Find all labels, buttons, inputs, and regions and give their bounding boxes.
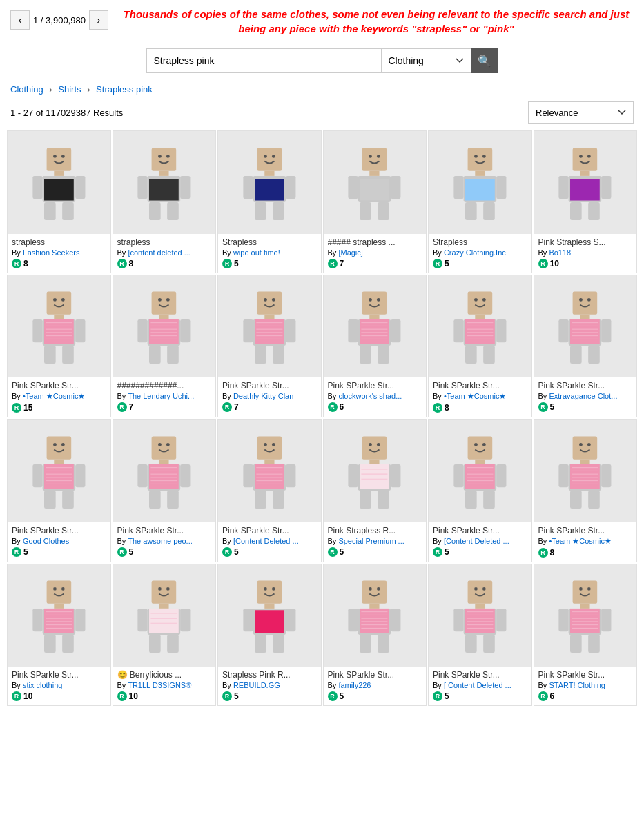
item-card[interactable]: Pink Strapless R...By Special Premium ..… — [323, 419, 427, 562]
items-grid: straplessBy Fashion SeekersR8 straplessB… — [0, 130, 644, 706]
item-price: R5 — [328, 547, 422, 557]
creator-link[interactable]: Extravagance Clot... — [549, 392, 617, 400]
svg-rect-39 — [378, 202, 389, 220]
svg-rect-185 — [181, 464, 191, 487]
creator-link[interactable]: •Team ★Cosmic★ — [549, 537, 611, 545]
svg-point-205 — [369, 443, 372, 446]
creator-link[interactable]: stix clothing — [23, 681, 62, 689]
item-card[interactable]: Pink SParkle Str...By [ Content Deleted … — [428, 564, 532, 707]
sort-select[interactable]: Relevance Price (Low to High) Price (Hig… — [528, 101, 634, 124]
creator-link[interactable]: wipe out time! — [233, 248, 280, 257]
item-card[interactable]: straplessBy Fashion SeekersR8 — [7, 130, 111, 273]
creator-link[interactable]: clockwork's shad... — [338, 392, 402, 400]
svg-rect-216 — [378, 491, 389, 509]
robux-icon: R — [12, 691, 21, 701]
creator-link[interactable]: family226 — [338, 681, 371, 689]
svg-rect-46 — [453, 176, 463, 199]
svg-rect-33 — [370, 171, 380, 176]
item-card[interactable]: Pink SParkle Str...By [Content Deleted .… — [428, 419, 532, 562]
item-card[interactable]: Pink Strapless S...By Bo118R10 — [534, 130, 638, 273]
creator-link[interactable]: Crazy Clothing.Inc — [444, 248, 506, 257]
item-card[interactable]: StraplessBy wipe out time!R5 — [217, 130, 322, 273]
item-creator: By [content deleted ... — [117, 248, 212, 257]
breadcrumb-shirts[interactable]: Shirts — [58, 84, 81, 95]
svg-point-218 — [474, 443, 478, 446]
svg-rect-76 — [152, 292, 177, 315]
item-thumbnail — [534, 275, 637, 378]
search-button[interactable]: 🔍 — [471, 48, 498, 73]
creator-link[interactable]: REBUILD.GG — [233, 681, 280, 689]
item-card[interactable]: Pink SParkle Str...By [Content Deleted .… — [217, 419, 322, 562]
item-card[interactable]: Pink SParkle Str...By clockwork's shad..… — [323, 275, 427, 418]
svg-rect-122 — [360, 346, 371, 364]
item-card[interactable]: Pink SParkle Str...By stix clothingR10 — [7, 564, 111, 707]
item-card[interactable]: ##### strapless ...By [Magic]R7 — [323, 130, 427, 273]
svg-point-110 — [377, 298, 380, 302]
item-name: Pink SParkle Str... — [222, 526, 317, 535]
item-card[interactable]: Pink SParkle Str...By Deathly Kitty Clan… — [217, 275, 322, 418]
creator-link[interactable]: [Magic] — [338, 248, 362, 257]
item-name: Pink SParkle Str... — [433, 381, 527, 391]
svg-rect-9 — [62, 202, 74, 220]
creator-link[interactable]: The Lendary Uchi... — [128, 392, 194, 400]
item-name: strapless — [117, 237, 212, 247]
svg-rect-7 — [75, 176, 85, 199]
item-card[interactable]: Pink SParkle Str...By •Team ★Cosmic★R15 — [7, 275, 111, 418]
item-name: Pink SParkle Str... — [12, 526, 106, 535]
item-card[interactable]: straplessBy [content deleted ...R8 — [113, 130, 217, 273]
price-value: 6 — [550, 691, 555, 701]
item-creator: By The Lendary Uchi... — [117, 392, 212, 400]
creator-link[interactable]: START! Clothing — [549, 681, 605, 689]
item-card[interactable]: Pink SParkle Str...By The awsome peo...R… — [113, 419, 217, 562]
creator-link[interactable]: The awsome peo... — [128, 537, 193, 545]
creator-link[interactable]: •Team ★Cosmic★ — [444, 392, 506, 400]
creator-link[interactable]: Special Premium ... — [338, 537, 404, 545]
svg-point-22 — [272, 155, 275, 158]
svg-point-305 — [474, 587, 478, 591]
creator-link[interactable]: Good Clothes — [23, 537, 69, 545]
item-price: R8 — [433, 403, 527, 413]
item-card[interactable]: 😊 Berrylicious ...By TR1LL D3SIGNS®R10 — [113, 564, 217, 707]
search-input[interactable] — [146, 48, 381, 73]
creator-link[interactable]: [Content Deleted ... — [444, 537, 509, 545]
svg-rect-90 — [149, 346, 161, 364]
svg-rect-25 — [255, 179, 284, 200]
robux-icon: R — [117, 259, 127, 268]
item-card[interactable]: Pink SParkle Str...By Extravagance Clot.… — [534, 275, 638, 418]
svg-rect-10 — [152, 148, 177, 170]
svg-rect-111 — [370, 315, 380, 319]
item-card[interactable]: Pink SParkle Str...By •Team ★Cosmic★R8 — [534, 419, 638, 562]
item-price: R5 — [433, 691, 527, 701]
creator-link[interactable]: Fashion Seekers — [23, 248, 80, 257]
next-page-button[interactable]: › — [89, 10, 108, 30]
item-card[interactable]: Pink SParkle Str...By •Team ★Cosmic★R8 — [428, 275, 532, 418]
price-value: 10 — [23, 691, 32, 701]
item-name: Pink Strapless S... — [538, 237, 633, 247]
creator-link[interactable]: Bo118 — [549, 248, 571, 257]
prev-page-button[interactable]: ‹ — [10, 10, 30, 30]
svg-rect-72 — [32, 319, 42, 342]
creator-link[interactable]: •Team ★Cosmic★ — [23, 392, 85, 400]
svg-rect-38 — [360, 202, 371, 220]
item-card[interactable]: Pink SParkle Str...By Good ClothesR5 — [7, 419, 111, 562]
item-card[interactable]: #############...By The Lendary Uchi...R7 — [113, 275, 217, 418]
item-card[interactable]: Pink SParkle Str...By family226R5 — [323, 564, 427, 707]
creator-link[interactable]: Deathly Kitty Clan — [233, 392, 293, 400]
item-card[interactable]: Pink SParkle Str...By START! ClothingR6 — [534, 564, 638, 707]
creator-link[interactable]: [Content Deleted ... — [233, 537, 299, 545]
svg-rect-139 — [483, 346, 495, 364]
creator-link[interactable]: [content deleted ... — [128, 248, 191, 257]
svg-rect-236 — [580, 460, 590, 464]
item-card[interactable]: StraplessBy Crazy Clothing.IncR5 — [428, 130, 532, 273]
category-select[interactable]: Clothing All Categories Shirts Pants Acc… — [381, 48, 471, 73]
creator-link[interactable]: [ Content Deleted ... — [444, 681, 511, 689]
item-card[interactable]: Strapless Pink R...By REBUILD.GGR5 — [217, 564, 322, 707]
item-creator: By wipe out time! — [222, 248, 317, 257]
creator-link[interactable]: TR1LL D3SIGNS® — [128, 681, 191, 689]
breadcrumb-clothing[interactable]: Clothing — [10, 84, 43, 95]
item-name: Pink SParkle Str... — [222, 381, 317, 391]
breadcrumb-current[interactable]: Strapless pink — [96, 84, 153, 95]
breadcrumb-sep1: › — [49, 84, 55, 95]
price-value: 10 — [129, 691, 138, 701]
item-price: R6 — [328, 402, 422, 412]
